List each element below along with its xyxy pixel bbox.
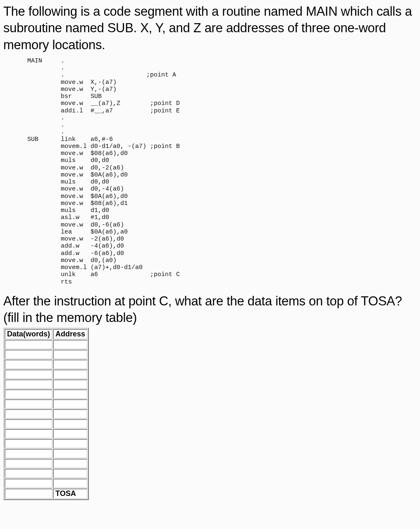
cell-address[interactable] [53, 469, 88, 478]
table-row [5, 369, 88, 379]
cell-address[interactable] [53, 459, 88, 468]
table-row [5, 340, 88, 349]
cell-address[interactable] [53, 369, 88, 379]
table-row [5, 419, 88, 429]
table-row [5, 360, 88, 369]
cell-address[interactable] [53, 379, 88, 389]
table-row [5, 429, 88, 438]
cell-data[interactable] [5, 409, 52, 419]
cell-data[interactable] [5, 389, 52, 399]
table-row [5, 409, 88, 419]
cell-data[interactable] [5, 479, 52, 488]
cell-data[interactable] [5, 449, 52, 458]
cell-data[interactable] [5, 369, 52, 379]
cell-address[interactable] [53, 399, 88, 409]
table-row [5, 379, 88, 389]
cell-address[interactable] [53, 360, 88, 369]
cell-address[interactable] [53, 429, 88, 438]
cell-data[interactable] [5, 439, 52, 448]
table-row [5, 459, 88, 468]
table-row [5, 399, 88, 409]
cell-address[interactable] [53, 340, 88, 349]
table-row [5, 469, 88, 478]
table-row [5, 439, 88, 448]
table-header-row: Data(words) Address [5, 329, 88, 339]
cell-data[interactable] [5, 419, 52, 429]
cell-address[interactable] [53, 409, 88, 419]
question-text: After the instruction at point C, what a… [3, 293, 417, 326]
memory-table: Data(words) Address TOSA [3, 328, 89, 500]
cell-address[interactable] [53, 439, 88, 448]
cell-address[interactable] [53, 389, 88, 399]
cell-data[interactable] [5, 340, 52, 349]
cell-data[interactable] [5, 469, 52, 478]
cell-data[interactable] [5, 350, 52, 359]
cell-data[interactable] [5, 360, 52, 369]
assembly-code-listing: MAIN . . . ;point A move.w X,-(a7) move.… [27, 57, 417, 286]
table-row [5, 350, 88, 359]
cell-address[interactable] [53, 350, 88, 359]
cell-address[interactable] [53, 449, 88, 458]
cell-data[interactable] [5, 429, 52, 438]
table-row [5, 389, 88, 399]
cell-data[interactable] [5, 399, 52, 409]
cell-data[interactable] [5, 379, 52, 389]
table-row [5, 449, 88, 458]
cell-data[interactable] [5, 459, 52, 468]
table-row: TOSA [5, 488, 88, 499]
column-header-address: Address [53, 329, 88, 339]
column-header-data: Data(words) [5, 329, 52, 339]
cell-data[interactable] [5, 488, 52, 499]
problem-heading: The following is a code segment with a r… [3, 3, 417, 53]
cell-address[interactable] [53, 479, 88, 488]
cell-address[interactable] [53, 419, 88, 429]
cell-address[interactable]: TOSA [53, 488, 88, 499]
table-row [5, 479, 88, 488]
